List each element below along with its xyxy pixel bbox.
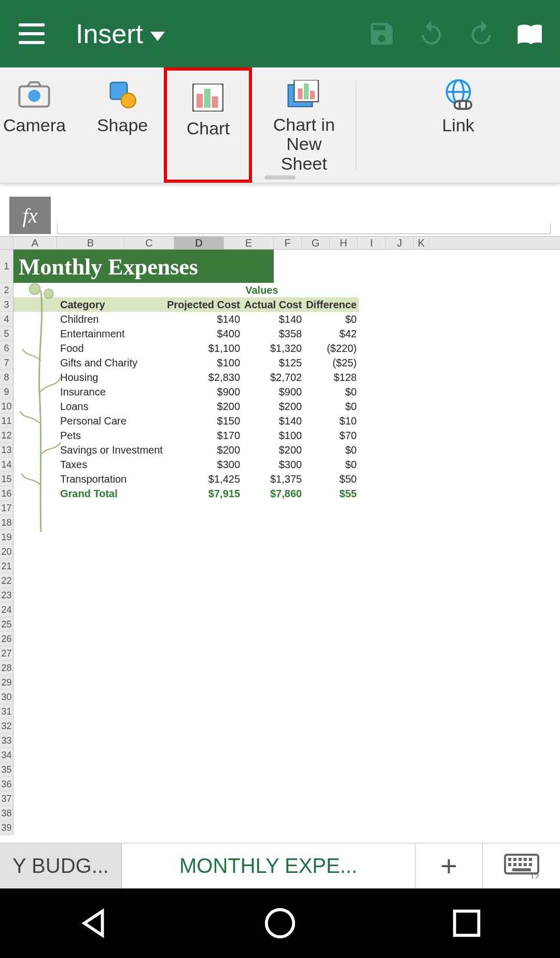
row-header[interactable]: 33 [0, 733, 13, 748]
shape-button[interactable]: Shape [81, 67, 163, 183]
cell-category[interactable]: Pets [13, 428, 165, 443]
cell-category[interactable]: Gifts and Charity [13, 355, 165, 370]
cell-projected[interactable]: $150 [165, 414, 242, 428]
col-A[interactable]: A [13, 237, 57, 249]
table-row[interactable]: Children$140$140$0 [13, 312, 359, 326]
redo-icon[interactable] [467, 19, 496, 48]
cell-category[interactable]: Children [13, 312, 165, 326]
col-I[interactable]: I [358, 237, 386, 249]
row-headers[interactable]: 1234567891011121314151617181920212223242… [0, 250, 13, 835]
table-row[interactable]: Pets$170$100$70 [13, 428, 359, 443]
menu-icon[interactable] [19, 23, 45, 44]
table-row[interactable]: Insurance$900$900$0 [13, 385, 359, 399]
row-header[interactable]: 38 [0, 806, 13, 820]
cell-category[interactable]: Food [13, 341, 165, 355]
row-header[interactable]: 2 [0, 283, 13, 297]
cell-diff[interactable]: $50 [304, 472, 359, 486]
col-J[interactable]: J [386, 237, 414, 249]
row-header[interactable]: 4 [0, 312, 13, 326]
cell-actual[interactable]: $1,375 [242, 472, 304, 486]
cell-projected[interactable]: $1,100 [165, 341, 242, 355]
add-sheet-button[interactable]: + [415, 843, 482, 888]
row-header[interactable]: 9 [0, 385, 13, 399]
row-header[interactable]: 8 [0, 370, 13, 385]
row-header[interactable]: 18 [0, 515, 13, 530]
cell-actual[interactable]: $200 [242, 443, 304, 457]
cell-projected[interactable]: $200 [165, 399, 242, 414]
row-header[interactable]: 34 [0, 748, 13, 762]
cell-projected[interactable]: $170 [165, 428, 242, 443]
cell-projected[interactable]: $1,425 [165, 472, 242, 486]
cell-diff[interactable]: $42 [304, 326, 359, 341]
table-row[interactable]: Loans$200$200$0 [13, 399, 359, 414]
row-header[interactable]: 28 [0, 661, 13, 675]
col-B[interactable]: B [57, 237, 124, 249]
camera-button[interactable]: Camera [0, 67, 81, 183]
worksheet[interactable]: 1234567891011121314151617181920212223242… [0, 250, 560, 835]
fx-button[interactable]: fx [9, 197, 51, 234]
row-header[interactable]: 7 [0, 355, 13, 370]
cell-category[interactable]: Entertainment [13, 326, 165, 341]
cell-actual[interactable]: $100 [242, 428, 304, 443]
row-header[interactable]: 12 [0, 428, 13, 443]
link-button[interactable]: Link [356, 67, 560, 183]
chart-new-sheet-button[interactable]: Chart in New Sheet [252, 67, 356, 183]
row-header[interactable]: 20 [0, 544, 13, 559]
cell-category[interactable]: Taxes [13, 457, 165, 472]
col-G[interactable]: G [302, 237, 330, 249]
cell-actual[interactable]: $300 [242, 457, 304, 472]
row-header[interactable]: 23 [0, 588, 13, 603]
save-icon[interactable] [367, 19, 396, 48]
cell-category[interactable]: Savings or Investment [13, 443, 165, 457]
row-header[interactable]: 22 [0, 573, 13, 588]
undo-icon[interactable] [417, 19, 446, 48]
cell-projected[interactable]: $900 [165, 385, 242, 399]
row-header[interactable]: 11 [0, 414, 13, 428]
cell-actual[interactable]: $1,320 [242, 341, 304, 355]
table-row[interactable]: Taxes$300$300$0 [13, 457, 359, 472]
table-row[interactable]: Food$1,100$1,320($220) [13, 341, 359, 355]
row-header[interactable]: 19 [0, 530, 13, 544]
row-header[interactable]: 39 [0, 820, 13, 835]
row-header[interactable]: 10 [0, 399, 13, 414]
keyboard-toggle-button[interactable]: 123 [482, 843, 560, 888]
row-header[interactable]: 13 [0, 443, 13, 457]
cell-diff[interactable]: $0 [304, 312, 359, 326]
cell-projected[interactable]: $2,830 [165, 370, 242, 385]
row-header[interactable]: 24 [0, 603, 13, 617]
recent-apps-button[interactable] [449, 905, 485, 941]
cell-actual[interactable]: $358 [242, 326, 304, 341]
cell-actual[interactable]: $125 [242, 355, 304, 370]
cell-diff[interactable]: ($25) [304, 355, 359, 370]
row-header[interactable]: 35 [0, 762, 13, 777]
col-E[interactable]: E [224, 237, 274, 249]
row-header[interactable]: 36 [0, 777, 13, 791]
col-F[interactable]: F [274, 237, 302, 249]
chart-button[interactable]: Chart [164, 67, 252, 183]
table-row[interactable]: Savings or Investment$200$200$0 [13, 443, 359, 457]
col-K[interactable]: K [414, 237, 429, 249]
cell-category[interactable]: Personal Care [13, 414, 165, 428]
cell-category[interactable]: Housing [13, 370, 165, 385]
row-header[interactable]: 17 [0, 501, 13, 515]
cell-projected[interactable]: $200 [165, 443, 242, 457]
cell-diff[interactable]: $0 [304, 443, 359, 457]
formula-input[interactable] [57, 224, 551, 234]
row-header[interactable]: 1 [0, 250, 13, 283]
row-header[interactable]: 6 [0, 341, 13, 355]
row-header[interactable]: 26 [0, 632, 13, 646]
col-H[interactable]: H [330, 237, 358, 249]
cell-projected[interactable]: $400 [165, 326, 242, 341]
cell-category[interactable]: Insurance [13, 385, 165, 399]
sheet-tab-monthly-expenses[interactable]: MONTHLY EXPE... [122, 843, 415, 888]
col-D[interactable]: D [174, 237, 224, 249]
table-row[interactable]: Transportation$1,425$1,375$50 [13, 472, 359, 486]
table-row[interactable]: Gifts and Charity$100$125($25) [13, 355, 359, 370]
cell-diff[interactable]: ($220) [304, 341, 359, 355]
back-button[interactable] [75, 905, 111, 941]
row-header[interactable]: 37 [0, 791, 13, 806]
row-header[interactable]: 14 [0, 457, 13, 472]
cell-diff[interactable]: $0 [304, 457, 359, 472]
col-C[interactable]: C [124, 237, 174, 249]
cell-actual[interactable]: $140 [242, 414, 304, 428]
